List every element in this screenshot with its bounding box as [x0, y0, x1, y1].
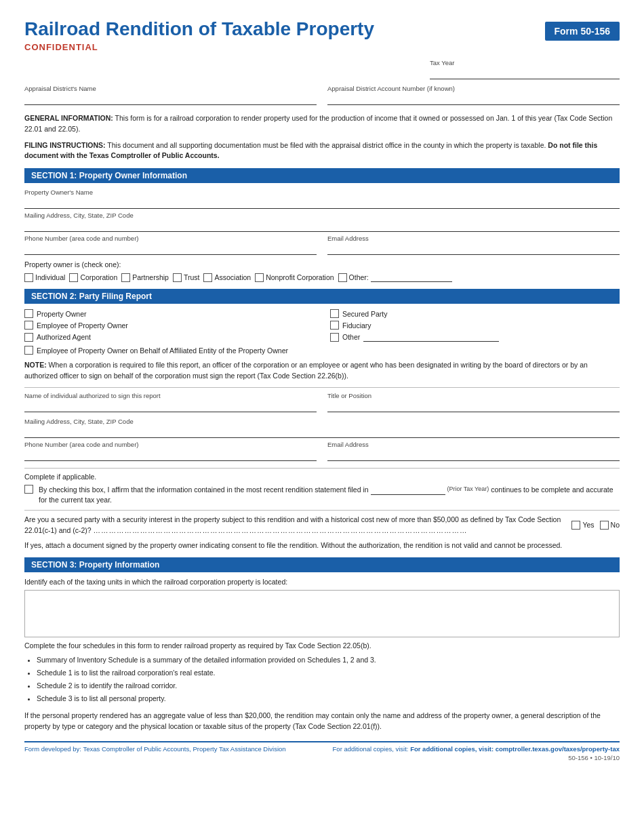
general-info-text: This form is for a railroad corporation … [24, 114, 612, 133]
employee-option-label: Employee of Property Owner [37, 321, 128, 330]
fiduciary-checkbox[interactable] [330, 321, 339, 330]
no-option[interactable]: No [600, 520, 620, 531]
checkbox-corporation[interactable]: Corporation [69, 273, 117, 282]
nonprofit-checkbox[interactable] [255, 273, 264, 282]
partnership-checkbox[interactable] [121, 273, 130, 282]
email-label: Email Address [327, 235, 620, 242]
filing-text: This document and all supporting documen… [107, 141, 546, 149]
bullet-2: Schedule 1 is to list the railroad corpo… [37, 667, 620, 679]
section2-email-input[interactable] [327, 449, 620, 461]
general-info: GENERAL INFORMATION: This form is for a … [24, 113, 620, 135]
other-party-checkbox[interactable] [330, 333, 339, 342]
section2-phone-field: Phone Number (area code and number) [24, 441, 317, 464]
secured-party-checkbox[interactable] [330, 309, 339, 318]
owner-name-input[interactable] [24, 197, 620, 209]
authorized-agent-option[interactable]: Authorized Agent [24, 332, 314, 342]
general-info-label: GENERAL INFORMATION: [24, 114, 113, 122]
phone-email-row: Phone Number (area code and number) Emai… [24, 235, 620, 258]
yes-no-options: Yes No [571, 520, 620, 531]
secured-party-question-text: Are you a secured party with a security … [24, 515, 566, 536]
email-input[interactable] [327, 243, 620, 255]
footer-form-code: 50-156 • 10-19/10 [24, 754, 620, 761]
bullet-1: Summary of Inventory Schedule is a summa… [37, 654, 620, 667]
fiduciary-option-label: Fiduciary [342, 321, 371, 330]
appraisal-account-input[interactable] [327, 93, 620, 105]
checkbox-nonprofit[interactable]: Nonprofit Corporation [255, 273, 334, 282]
section1-header: SECTION 1: Property Owner Information [24, 168, 620, 183]
affirm-row: By checking this box, I affirm that the … [24, 485, 620, 507]
association-checkbox[interactable] [203, 273, 212, 282]
personal-property-note: If the personal property rendered has an… [24, 711, 620, 732]
phone-input[interactable] [24, 243, 317, 255]
complete-if-label: Complete if applicable. [24, 473, 620, 481]
appraisal-account-label: Appraisal District Account Number (if kn… [327, 85, 620, 92]
individual-label: Individual [35, 273, 65, 281]
prior-tax-year-blank[interactable] [371, 485, 445, 495]
employee-affiliated-option[interactable]: Employee of Property Owner on Behalf of … [24, 346, 620, 355]
identify-label: Identify each of the taxing units in whi… [24, 578, 620, 586]
employee-checkbox[interactable] [24, 321, 33, 330]
employee-option[interactable]: Employee of Property Owner [24, 321, 314, 330]
trust-label: Trust [184, 273, 200, 281]
main-title: Railroad Rendition of Taxable Property [24, 19, 374, 40]
corporation-checkbox[interactable] [69, 273, 78, 282]
nonprofit-label: Nonprofit Corporation [266, 273, 334, 281]
email-field: Email Address [327, 235, 620, 258]
note-text: When a corporation is required to file t… [24, 361, 588, 380]
employee-affiliated-label: Employee of Property Owner on Behalf of … [37, 346, 288, 355]
section2-email-field: Email Address [327, 441, 620, 464]
title-position-label: Title or Position [327, 392, 620, 399]
appraisal-district-name-input[interactable] [24, 93, 317, 105]
checkbox-individual[interactable]: Individual [24, 273, 65, 282]
other-party-input[interactable] [363, 332, 499, 342]
checkbox-trust[interactable]: Trust [173, 273, 200, 282]
tax-year-field: Tax Year [430, 59, 620, 82]
section2-phone-input[interactable] [24, 449, 317, 461]
form-badge: Form 50-156 [545, 22, 620, 41]
mailing-address-input[interactable] [24, 220, 620, 232]
checkbox-other[interactable]: Other: [338, 273, 452, 282]
individual-checkbox[interactable] [24, 273, 33, 282]
yes-option[interactable]: Yes [571, 520, 594, 531]
mailing-address-row: Mailing Address, City, State, ZIP Code [24, 212, 620, 232]
fiduciary-option[interactable]: Fiduciary [330, 321, 620, 330]
footer-url: For additional copies, visit: comptrolle… [410, 745, 620, 753]
appraisal-account-field: Appraisal District Account Number (if kn… [327, 85, 620, 108]
note-label: NOTE: [24, 361, 47, 369]
property-owner-checkbox[interactable] [24, 309, 33, 318]
property-owner-option[interactable]: Property Owner [24, 309, 314, 318]
section2-note: NOTE: When a corporation is required to … [24, 360, 620, 382]
other-party-option[interactable]: Other [330, 332, 620, 342]
yes-checkbox[interactable] [571, 521, 580, 530]
appraisal-district-row: Appraisal District's Name Appraisal Dist… [24, 85, 620, 108]
owner-name-row: Property Owner's Name [24, 188, 620, 209]
checkbox-partnership[interactable]: Partnership [121, 273, 169, 282]
no-checkbox[interactable] [600, 521, 609, 530]
taxing-units-box[interactable] [24, 590, 620, 637]
checkbox-association[interactable]: Association [203, 273, 251, 282]
secured-party-option[interactable]: Secured Party [330, 309, 620, 318]
tax-year-row: Tax Year [24, 59, 620, 82]
tax-year-input[interactable] [430, 67, 620, 79]
section2-phone-label: Phone Number (area code and number) [24, 441, 317, 448]
footer-additional-copies: For additional copies, visit: For additi… [333, 745, 620, 753]
authorized-agent-option-label: Authorized Agent [37, 333, 91, 341]
confidential-label: CONFIDENTIAL [24, 42, 620, 52]
corporation-label: Corporation [80, 273, 117, 281]
section2-mailing-input[interactable] [24, 426, 620, 438]
trust-checkbox[interactable] [173, 273, 182, 282]
affirm-text: By checking this box, I affirm that the … [39, 485, 620, 507]
authorized-name-input[interactable] [24, 400, 317, 412]
title-position-input[interactable] [327, 400, 620, 412]
affirm-checkbox[interactable] [24, 485, 33, 494]
employee-affiliated-checkbox[interactable] [24, 346, 33, 355]
authorized-agent-checkbox[interactable] [24, 333, 33, 342]
property-owner-option-label: Property Owner [37, 310, 87, 318]
section2-mailing-label: Mailing Address, City, State, ZIP Code [24, 418, 620, 425]
other-label: Other: [349, 273, 369, 281]
secured-party-option-label: Secured Party [342, 310, 388, 318]
complete-schedules-text: Complete the four schedules in this form… [24, 641, 620, 650]
other-input[interactable] [371, 273, 452, 282]
other-checkbox[interactable] [338, 273, 347, 282]
association-label: Association [214, 273, 251, 281]
